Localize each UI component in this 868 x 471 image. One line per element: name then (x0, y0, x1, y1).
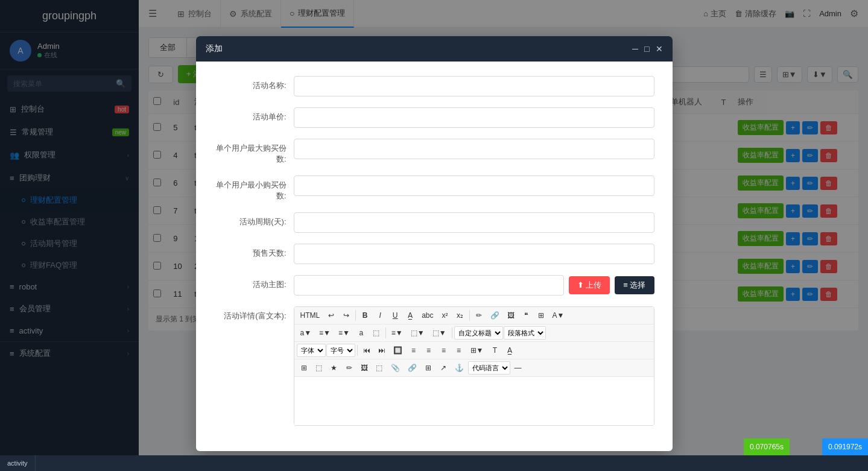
modal-header: 添加 ─ □ ✕ (196, 36, 673, 62)
editor-text-color2-btn[interactable]: T (487, 344, 502, 357)
toolbar-row-4: ⊞ ⬚ ★ ✏ 🖼 ⬚ 📎 🔗 ⊞ ↗ ⚓ 代码语言 — (294, 359, 654, 376)
editor-line-height-btn[interactable]: ⬚▼ (429, 326, 450, 340)
divider (385, 327, 386, 338)
editor-table2-btn[interactable]: ⊞▼ (467, 344, 487, 357)
modal-overlay: 添加 ─ □ ✕ 活动名称: 活动单价: 单个用户最大购买份数: (0, 0, 868, 471)
editor-link2-btn[interactable]: 🔗 (404, 361, 420, 375)
editor-redo-btn[interactable]: ↪ (339, 309, 353, 322)
editor-content[interactable] (294, 377, 654, 425)
min-buy-label: 单个用户最小购买份数: (214, 175, 287, 201)
form-row-price: 活动单价: (214, 107, 654, 128)
editor-bold-btn[interactable]: B (358, 309, 372, 322)
presale-label: 预售天数: (214, 244, 287, 259)
toolbar-row-1: HTML ↩ ↪ B I U A̲ abc x² x₂ ✏ (294, 307, 654, 324)
editor-code-btn[interactable]: ⬚ (372, 361, 387, 375)
editor-pen-btn[interactable]: ✏ (472, 309, 486, 322)
divider (452, 327, 452, 338)
toolbar-row-3: 字体 字号 ⏮ ⏭ 🔲 ≡ ≡ ≡ ≡ ⊞▼ T A̲ (294, 342, 654, 359)
image-label: 活动主图: (214, 275, 287, 290)
modal-maximize-button[interactable]: □ (644, 44, 649, 54)
editor-table-btn[interactable]: ⊞ (534, 309, 548, 322)
status-bar: activity (0, 455, 868, 471)
editor-link-btn[interactable]: 🔗 (487, 309, 503, 322)
form-row-image: 活动主图: ⬆ 上传 ≡ 选择 (214, 275, 654, 296)
modal-header-icons: ─ □ ✕ (632, 44, 662, 54)
name-input[interactable] (294, 76, 654, 96)
modal-body: 活动名称: 活动单价: 单个用户最大购买份数: 单个用户最小购买份数: 1 活动… (196, 62, 673, 451)
editor-font-color-btn[interactable]: A̲ (403, 309, 417, 322)
form-row-name: 活动名称: (214, 76, 654, 96)
editor-toolbar: HTML ↩ ↪ B I U A̲ abc x² x₂ ✏ (294, 307, 654, 377)
modal-title: 添加 (206, 43, 223, 54)
image-path-input[interactable] (294, 275, 564, 296)
code-lang-select[interactable]: 代码语言 (468, 361, 510, 375)
status-activity: activity (0, 455, 36, 471)
metric-left: 0.070765s (744, 438, 790, 455)
editor-align-left-btn[interactable]: ≡ (407, 344, 421, 357)
editor-italic-btn[interactable]: I (373, 309, 387, 322)
add-modal: 添加 ─ □ ✕ 活动名称: 活动单价: 单个用户最大购买份数: (196, 36, 673, 451)
heading-select[interactable]: 自定义标题 (454, 326, 503, 340)
editor-align-justify-btn[interactable]: ≡ (452, 344, 466, 357)
editor-underline-btn[interactable]: U (388, 309, 402, 322)
font-size-select[interactable]: 字号 (326, 344, 355, 357)
form-row-min-buy: 单个用户最小购买份数: 1 (214, 175, 654, 201)
metric-right: 0.091972s (822, 438, 868, 455)
min-buy-input[interactable]: 1 (294, 175, 654, 196)
modal-close-button[interactable]: ✕ (656, 44, 663, 54)
editor-list-ul-btn[interactable]: ≡▼ (335, 326, 353, 340)
detail-label: 活动详情(富文本): (214, 306, 287, 321)
editor-prev-btn[interactable]: ⏮ (360, 344, 374, 357)
modal-minimize-button[interactable]: ─ (632, 44, 638, 54)
editor-superscript-btn[interactable]: x² (438, 309, 452, 322)
max-buy-input[interactable] (294, 139, 654, 159)
editor-char-btn[interactable]: a (354, 326, 369, 340)
price-input[interactable] (294, 107, 654, 128)
max-buy-label: 单个用户最大购买份数: (214, 139, 287, 165)
editor-align-right-btn[interactable]: ≡ (437, 344, 451, 357)
upload-button[interactable]: ⬆ 上传 (569, 276, 610, 294)
editor-star-btn[interactable]: ★ (327, 361, 341, 375)
editor-hr-btn[interactable]: — (511, 361, 525, 375)
editor-quote-btn[interactable]: ❝ (519, 309, 533, 322)
presale-input[interactable] (294, 244, 654, 264)
editor-media-btn[interactable]: ⬚ (312, 361, 326, 375)
form-row-presale: 预售天数: (214, 244, 654, 264)
editor-img2-btn[interactable]: 🖼 (357, 361, 372, 375)
editor-html-btn[interactable]: HTML (297, 309, 324, 322)
editor-highlight-btn[interactable]: A̲ (502, 344, 517, 357)
editor-strikethrough-btn[interactable]: abc (418, 309, 437, 322)
editor-draw-btn[interactable]: ✏ (342, 361, 356, 375)
divider (355, 310, 356, 321)
editor-indent-btn[interactable]: ⬚▼ (407, 326, 428, 340)
choose-button[interactable]: ≡ 选择 (615, 276, 654, 294)
editor-align-btn[interactable]: ≡▼ (388, 326, 407, 340)
toolbar-row-2: a▼ ≡▼ ≡▼ a ⬚ ≡▼ ⬚▼ ⬚▼ 自定义标题 段落格式 (294, 324, 654, 342)
editor-list-ol-btn[interactable]: ≡▼ (315, 326, 334, 340)
font-family-select[interactable]: 字体 (297, 344, 326, 357)
period-label: 活动周期(天): (214, 212, 287, 227)
name-label: 活动名称: (214, 76, 287, 91)
form-row-period: 活动周期(天): (214, 212, 654, 233)
paragraph-select[interactable]: 段落格式 (504, 326, 546, 340)
editor-undo-btn[interactable]: ↩ (324, 309, 338, 322)
editor-border-btn[interactable]: 🔲 (390, 344, 406, 357)
form-row-detail: 活动详情(富文本): HTML ↩ ↪ B I U A̲ abc (214, 306, 654, 426)
editor-font-size-btn[interactable]: A▼ (549, 309, 568, 322)
price-label: 活动单价: (214, 107, 287, 122)
editor-image-btn[interactable]: 🖼 (504, 309, 518, 322)
editor-attach-btn[interactable]: 📎 (387, 361, 404, 375)
editor-next-btn[interactable]: ⏭ (375, 344, 389, 357)
editor-anchor-btn[interactable]: ⚓ (451, 361, 467, 375)
divider (357, 345, 358, 356)
editor-subscript-btn[interactable]: x₂ (453, 309, 467, 322)
editor-grid-btn[interactable]: ⊞ (297, 361, 311, 375)
period-input[interactable] (294, 212, 654, 233)
editor-style-btn[interactable]: a▼ (297, 326, 315, 340)
editor-embed-btn[interactable]: ⊞ (421, 361, 436, 375)
editor-popup-btn[interactable]: ↗ (436, 361, 451, 375)
divider (469, 310, 470, 321)
form-row-max-buy: 单个用户最大购买份数: (214, 139, 654, 165)
editor-align-center-btn[interactable]: ≡ (422, 344, 436, 357)
editor-block-btn[interactable]: ⬚ (369, 326, 384, 340)
